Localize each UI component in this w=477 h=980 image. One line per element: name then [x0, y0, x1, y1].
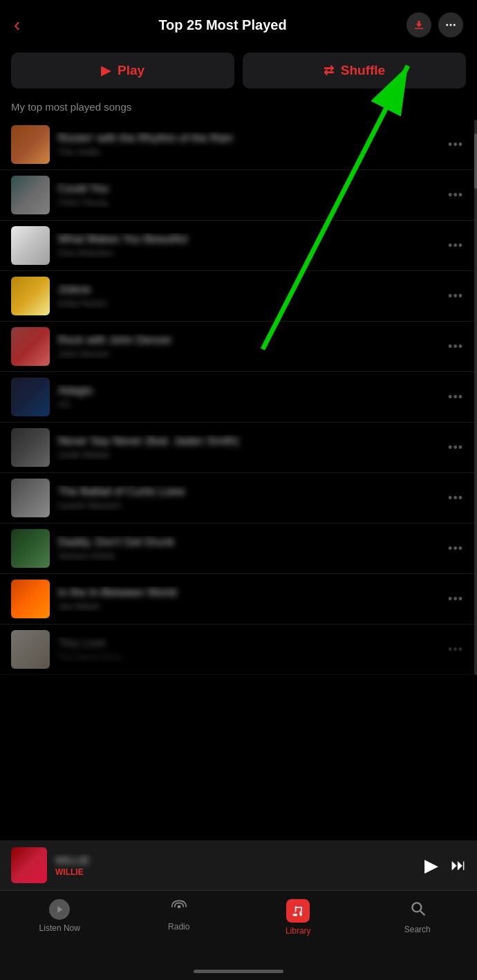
home-indicator: [194, 970, 283, 973]
tab-library-label: Library: [286, 926, 311, 936]
playback-controls: ▶ ⏭: [424, 855, 466, 876]
more-options-button[interactable]: •••: [445, 334, 466, 360]
header: ‹ Top 25 Most Played: [0, 0, 477, 46]
tab-listen-now-label: Listen Now: [39, 923, 80, 933]
song-title: Daddy, Don't Get Drunk: [58, 536, 437, 548]
tab-library[interactable]: Library: [270, 899, 326, 936]
scrollbar-track[interactable]: [474, 120, 477, 675]
song-info: What Makes You Beautiful One Direction: [50, 233, 445, 258]
song-list: Rockin' with the Rhythm of the Rain The …: [0, 120, 477, 675]
list-item[interactable]: The Ballad of Curtis Loew Lynyrd Skynyrd…: [0, 473, 477, 524]
list-item[interactable]: Tiny Love The Band Perry •••: [0, 625, 477, 675]
song-info: Could You Chris Young: [50, 183, 445, 207]
action-buttons: ▶ Play ⇄ Shuffle: [0, 46, 477, 98]
play-label: Play: [118, 63, 144, 78]
song-info: Never Say Never (feat. Jaden Smith) Just…: [50, 435, 445, 460]
radio-waves-icon: [169, 899, 189, 914]
shuffle-label: Shuffle: [341, 63, 385, 78]
tab-bar: Listen Now Radio Library Search: [0, 890, 477, 980]
song-title: What Makes You Beautiful: [58, 233, 437, 246]
album-art: [11, 125, 50, 164]
download-button[interactable]: [406, 12, 431, 37]
song-artist: John Denver: [58, 349, 437, 359]
more-options-button[interactable]: •••: [445, 435, 466, 461]
song-info: Rock with John Denver John Denver: [50, 334, 445, 359]
svg-point-5: [177, 905, 180, 909]
more-options-button[interactable]: •••: [445, 385, 466, 410]
song-info: Rockin' with the Rhythm of the Rain The …: [50, 132, 445, 157]
song-artist: Various Artists: [58, 551, 437, 561]
song-title: Never Say Never (feat. Jaden Smith): [58, 435, 437, 447]
more-icon: [445, 19, 457, 31]
list-item[interactable]: Rock with John Denver John Denver •••: [0, 322, 477, 372]
header-actions: [406, 12, 463, 37]
song-title: Jolene: [58, 284, 437, 296]
song-artist: U2: [58, 399, 437, 409]
song-info: Tiny Love The Band Perry: [50, 637, 445, 662]
tab-listen-now[interactable]: Listen Now: [32, 899, 87, 933]
album-art: [11, 378, 50, 416]
listen-now-icon: [49, 899, 70, 920]
shuffle-icon: ⇄: [324, 63, 334, 78]
play-button[interactable]: ▶ Play: [11, 53, 234, 89]
music-note-icon: [291, 904, 305, 918]
song-info: Daddy, Don't Get Drunk Various Artists: [50, 536, 445, 561]
back-button[interactable]: ‹: [14, 14, 39, 36]
album-art: [11, 277, 50, 315]
more-options-button[interactable]: •••: [445, 233, 466, 259]
list-item[interactable]: Jolene Dolly Parton •••: [0, 271, 477, 322]
download-icon: [413, 19, 425, 31]
now-playing-art: [11, 847, 47, 883]
list-item[interactable]: Never Say Never (feat. Jaden Smith) Just…: [0, 423, 477, 473]
tab-search[interactable]: Search: [390, 899, 445, 934]
shuffle-button[interactable]: ⇄ Shuffle: [243, 53, 466, 89]
song-info: The Ballad of Curtis Loew Lynyrd Skynyrd: [50, 486, 445, 510]
now-playing-subtitle: WILLIE: [55, 867, 416, 877]
more-button[interactable]: [438, 12, 463, 37]
more-options-button[interactable]: •••: [445, 536, 466, 562]
library-icon: [286, 899, 310, 923]
song-title: In the In-Between World: [58, 586, 437, 599]
now-playing-title: WILLIE: [55, 854, 416, 866]
more-options-button[interactable]: •••: [445, 486, 466, 511]
play-pause-button[interactable]: ▶: [424, 855, 438, 876]
album-art: [11, 479, 50, 517]
song-artist: One Direction: [58, 248, 437, 258]
list-item[interactable]: Adagio U2 •••: [0, 372, 477, 423]
song-artist: Lynyrd Skynyrd: [58, 500, 437, 510]
play-circle-icon: [54, 904, 65, 915]
list-item[interactable]: Rockin' with the Rhythm of the Rain The …: [0, 120, 477, 170]
play-icon: ▶: [101, 63, 111, 78]
more-options-button[interactable]: •••: [445, 183, 466, 208]
magnifier-icon: [409, 899, 427, 917]
svg-point-0: [446, 24, 448, 26]
now-playing-info: WILLIE WILLIE: [47, 854, 424, 877]
album-art: [11, 226, 50, 265]
song-info: In the In-Between World Joe Walsh: [50, 586, 445, 611]
list-item[interactable]: Could You Chris Young •••: [0, 170, 477, 221]
album-art: [11, 580, 50, 618]
tab-radio[interactable]: Radio: [151, 899, 207, 932]
song-artist: Dolly Parton: [58, 298, 437, 308]
list-item[interactable]: What Makes You Beautiful One Direction •…: [0, 221, 477, 271]
tab-radio-label: Radio: [168, 922, 189, 932]
list-item[interactable]: In the In-Between World Joe Walsh •••: [0, 574, 477, 625]
svg-point-1: [450, 24, 452, 26]
song-title: Could You: [58, 183, 437, 195]
now-playing-bar[interactable]: WILLIE WILLIE ▶ ⏭: [0, 840, 477, 890]
more-options-button[interactable]: •••: [445, 637, 466, 663]
more-options-button[interactable]: •••: [445, 132, 466, 158]
more-options-button[interactable]: •••: [445, 284, 466, 309]
tab-search-label: Search: [404, 925, 431, 934]
radio-icon: [169, 899, 189, 918]
song-title: Adagio: [58, 385, 437, 397]
more-options-button[interactable]: •••: [445, 586, 466, 612]
skip-forward-button[interactable]: ⏭: [451, 856, 466, 874]
scrollbar-thumb[interactable]: [474, 133, 477, 189]
song-artist: Joe Walsh: [58, 601, 437, 611]
playlist-subtitle: My top most played songs: [0, 98, 477, 120]
song-title: Rock with John Denver: [58, 334, 437, 346]
song-title: The Ballad of Curtis Loew: [58, 486, 437, 498]
list-item[interactable]: Daddy, Don't Get Drunk Various Artists •…: [0, 524, 477, 574]
song-artist: Chris Young: [58, 197, 437, 207]
